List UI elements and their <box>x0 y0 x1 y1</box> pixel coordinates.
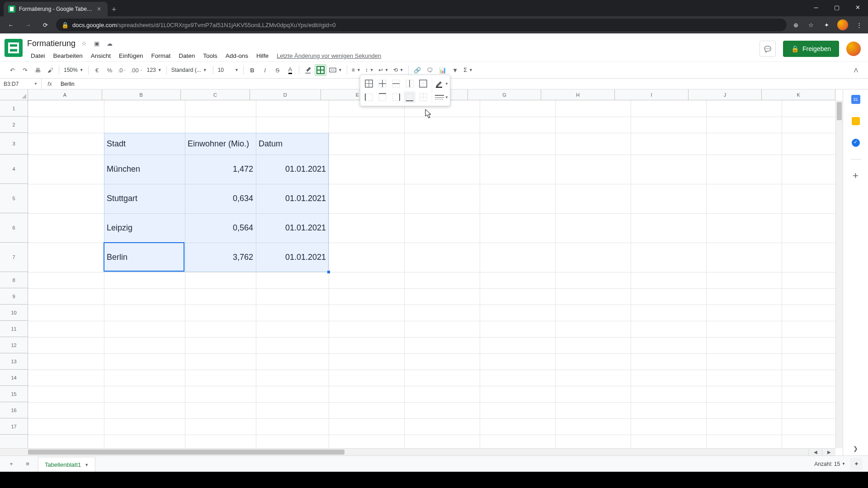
last-edit-link[interactable]: Letzte Änderung vor wenigen Sekunden <box>277 52 381 59</box>
menu-datei[interactable]: Datei <box>27 51 49 61</box>
column-header-j[interactable]: J <box>689 89 762 100</box>
column-header-a[interactable]: A <box>28 89 102 100</box>
row-header-17[interactable]: 17 <box>0 418 28 435</box>
increase-decimal-button[interactable]: .00→ <box>129 64 144 76</box>
add-sheet-button[interactable]: + <box>5 458 17 470</box>
text-wrap-button[interactable]: ↩▼ <box>377 67 391 73</box>
grid-main[interactable]: ABCDEFGHIJK 1234567891011121314151617 St… <box>0 89 843 455</box>
row-header-6[interactable]: 6 <box>0 213 28 243</box>
border-outer-button[interactable] <box>417 78 429 89</box>
scrollbar-thumb[interactable] <box>28 450 344 455</box>
get-addons-button[interactable]: + <box>850 170 861 181</box>
chevron-down-icon[interactable]: ▼ <box>85 463 89 467</box>
scrollbar-thumb[interactable] <box>837 102 842 120</box>
font-size-select[interactable]: 10▼ <box>216 67 241 73</box>
decrease-decimal-button[interactable]: .0← <box>117 64 128 76</box>
scroll-right-button[interactable]: ▶ <box>822 448 835 455</box>
redo-button[interactable]: ↷ <box>19 64 31 76</box>
border-top-button[interactable] <box>377 91 388 103</box>
row-header-2[interactable]: 2 <box>0 117 28 133</box>
row-header-8[interactable]: 8 <box>0 272 28 288</box>
text-rotation-button[interactable]: ⟲▼ <box>392 67 406 73</box>
fill-handle[interactable] <box>327 271 330 273</box>
border-inner-button[interactable] <box>377 78 388 89</box>
currency-button[interactable]: € <box>91 64 103 76</box>
column-header-b[interactable]: B <box>102 89 181 100</box>
window-minimize-button[interactable]: ─ <box>806 0 826 14</box>
border-horizontal-button[interactable] <box>390 78 402 89</box>
border-none-button[interactable] <box>417 91 429 103</box>
font-select[interactable]: Standard (...▼ <box>170 67 210 73</box>
print-button[interactable]: 🖶 <box>32 64 43 76</box>
url-field[interactable]: 🔒 docs.google.com/spreadsheets/d/1L0CRXr… <box>56 19 787 31</box>
row-header-3[interactable]: 3 <box>0 133 28 155</box>
vertical-align-button[interactable]: ↕▼ <box>363 67 376 73</box>
border-color-button[interactable]: ▼ <box>435 78 448 89</box>
menu-format[interactable]: Format <box>147 51 174 61</box>
row-header-1[interactable]: 1 <box>0 100 28 117</box>
row-header-7[interactable]: 7 <box>0 243 28 272</box>
menu-tools[interactable]: Tools <box>199 51 221 61</box>
move-icon[interactable]: ▣ <box>93 39 101 47</box>
comments-button[interactable]: 💬 <box>760 41 776 57</box>
back-button[interactable]: ← <box>5 19 17 31</box>
cells-area[interactable]: StadtEinwohner (Mio.)DatumMünchen1,47201… <box>28 100 835 448</box>
account-avatar-icon[interactable] <box>846 42 861 56</box>
border-style-button[interactable]: ▼ <box>435 91 448 103</box>
browser-tab[interactable]: Formatierung - Google Tabellen ✕ <box>4 2 108 16</box>
row-header-10[interactable]: 10 <box>0 305 28 321</box>
row-header-5[interactable]: 5 <box>0 184 28 213</box>
menu-bearbeiten[interactable]: Bearbeiten <box>50 51 86 61</box>
menu-hilfe[interactable]: Hilfe <box>253 51 272 61</box>
row-header-12[interactable]: 12 <box>0 337 28 353</box>
paint-format-button[interactable]: 🖌 <box>44 64 56 76</box>
extensions-icon[interactable]: ✦ <box>822 20 831 29</box>
filter-button[interactable]: ▼ <box>449 64 461 76</box>
menu-daten[interactable]: Daten <box>175 51 198 61</box>
reload-button[interactable]: ⟳ <box>39 19 52 31</box>
star-icon[interactable]: ☆ <box>80 39 88 47</box>
border-right-button[interactable] <box>390 91 402 103</box>
menu-ansicht[interactable]: Ansicht <box>87 51 114 61</box>
column-header-g[interactable]: G <box>468 89 542 100</box>
merge-cells-button[interactable]: ▼ <box>327 66 344 74</box>
all-sheets-button[interactable]: ≡ <box>22 458 33 470</box>
select-all-corner[interactable] <box>0 89 28 100</box>
column-header-c[interactable]: C <box>181 89 250 100</box>
bold-button[interactable]: B <box>246 64 258 76</box>
name-box[interactable]: B3:D7▼ <box>0 79 42 89</box>
row-header-15[interactable]: 15 <box>0 386 28 402</box>
row-header-11[interactable]: 11 <box>0 321 28 337</box>
doc-title[interactable]: Formatierung <box>27 39 75 48</box>
menu-einfuegen[interactable]: Einfügen <box>115 51 146 61</box>
vertical-scrollbar[interactable] <box>835 100 843 448</box>
border-left-button[interactable] <box>363 91 375 103</box>
border-all-button[interactable] <box>363 78 375 89</box>
explore-button[interactable]: ✦ <box>850 458 863 470</box>
column-header-d[interactable]: D <box>250 89 321 100</box>
functions-button[interactable]: Σ▼ <box>462 67 475 73</box>
zoom-icon[interactable]: ⊕ <box>791 20 800 29</box>
cloud-icon[interactable]: ☁ <box>105 39 113 47</box>
bookmark-icon[interactable]: ☆ <box>807 20 816 29</box>
formula-input[interactable]: Berlin <box>58 81 868 87</box>
fill-color-button[interactable] <box>302 64 314 76</box>
profile-avatar-icon[interactable] <box>837 19 848 30</box>
row-header-14[interactable]: 14 <box>0 370 28 386</box>
column-header-h[interactable]: H <box>541 89 615 100</box>
percent-button[interactable]: % <box>104 64 116 76</box>
window-close-button[interactable]: ✕ <box>847 0 868 14</box>
menu-icon[interactable]: ⋮ <box>854 20 863 29</box>
calendar-addon-button[interactable] <box>850 94 861 105</box>
new-tab-button[interactable]: + <box>108 5 120 16</box>
borders-button[interactable] <box>315 64 326 76</box>
border-bottom-button[interactable] <box>404 91 415 103</box>
border-vertical-button[interactable] <box>404 78 415 89</box>
sheet-tab[interactable]: Tabellenblatt1 ▼ <box>38 457 95 472</box>
sheets-logo-icon[interactable] <box>5 39 23 57</box>
row-header-4[interactable]: 4 <box>0 155 28 184</box>
undo-button[interactable]: ↶ <box>6 64 18 76</box>
close-icon[interactable]: ✕ <box>97 6 103 12</box>
row-header-16[interactable]: 16 <box>0 402 28 418</box>
row-header-9[interactable]: 9 <box>0 288 28 305</box>
